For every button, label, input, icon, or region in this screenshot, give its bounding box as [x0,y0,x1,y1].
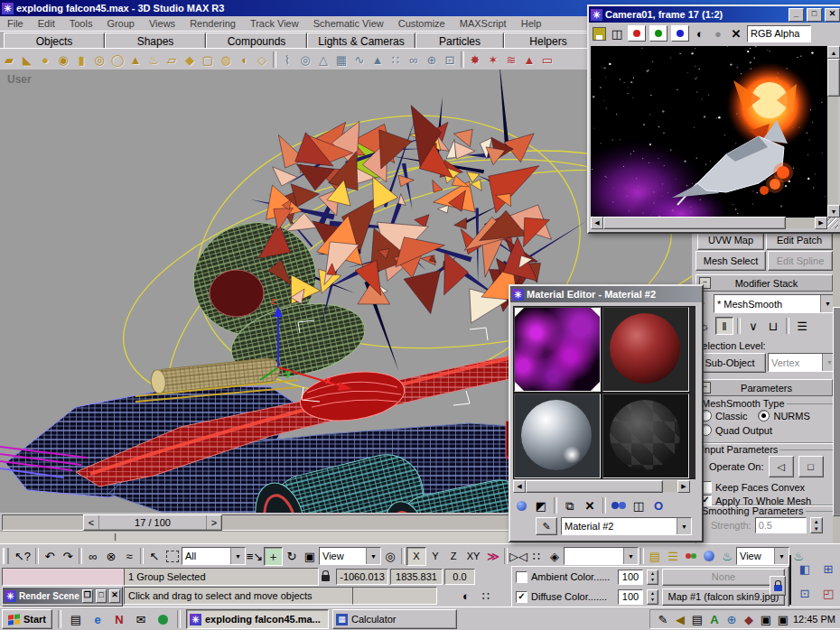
reference-coordsys-dropdown[interactable]: View▼ [319,547,381,565]
red-channel-icon[interactable] [628,25,646,42]
menu-group[interactable]: Group [99,17,142,30]
clock[interactable]: 12:45 PM [793,614,835,625]
task-button-calculator[interactable]: ▦ Calculator [332,609,457,629]
computer-icon[interactable]: ▣ [759,610,773,628]
mirror-icon[interactable]: ▷◁ [509,547,527,565]
pick-material-eyedropper-icon[interactable]: ✎ [536,517,557,535]
geosphere-icon[interactable]: ◉ [54,51,72,69]
axis-y-button[interactable]: Y [426,548,444,565]
region-zoom-icon[interactable]: ◰ [818,582,838,604]
coord-x-field[interactable]: -1060.013 [336,569,388,585]
bomb-icon[interactable]: ✸ [466,51,484,69]
maps-lock-icon[interactable] [770,576,786,596]
menu-views[interactable]: Views [142,17,182,30]
radio-nurms[interactable] [758,410,770,422]
put-to-library-icon[interactable]: ◫ [630,496,648,514]
render-scene-window[interactable]: ✳ Render Scene ❐ □ ✕ [2,587,123,607]
box-icon[interactable]: ▰ [0,51,18,69]
viewport-label[interactable]: User [7,73,32,86]
array-icon[interactable]: ∷ [527,547,546,565]
computer-icon-2[interactable]: ▣ [776,610,790,628]
clear-icon[interactable]: ✕ [729,24,743,42]
teapot-icon[interactable]: ♨ [145,51,163,69]
modifier-stack-rollout[interactable]: − Modifier Stack [695,274,833,292]
chamfer-box-icon[interactable]: ▢ [199,51,217,69]
rotate-icon[interactable]: ↻ [283,547,301,565]
time-type-field[interactable] [352,587,437,605]
material-editor-titlebar[interactable]: ✳ Material Editor - Material #2 [510,286,702,302]
remove-modifier-icon[interactable]: ⊔ [764,317,782,335]
close-icon[interactable]: ✕ [825,8,840,22]
ambient-amount-field[interactable]: 100 [618,570,643,585]
network-globe-icon[interactable]: ⊕ [724,610,739,628]
ik-toggle-icon[interactable]: ≫ [484,547,502,565]
hedra-icon[interactable]: ◆ [181,51,199,69]
clone-image-icon[interactable]: ◫ [610,24,624,42]
blue-channel-icon[interactable] [671,25,689,42]
move-icon[interactable]: ＋ [264,547,283,566]
material-slot-red[interactable] [602,307,689,392]
assign-material-icon[interactable] [610,496,628,514]
parameters-rollout[interactable]: − Parameters [695,379,833,396]
menu-file[interactable]: File [0,17,31,30]
channel-mode-dropdown[interactable]: RGB Alpha [747,25,811,42]
ambient-map-button[interactable]: None [662,569,785,586]
capsule-icon[interactable]: ◖ [235,51,253,69]
prism-icon[interactable]: △ [314,51,332,69]
zoom-extents-icon[interactable]: ⊡ [795,582,815,604]
internet-explorer-icon[interactable]: e [89,610,107,628]
zoom-icon[interactable]: ◧ [795,558,815,579]
diffuse-map-button[interactable]: Map #1 (falcon skin9.jpg) [662,588,785,606]
browser-icon[interactable]: N [110,610,128,628]
material-hscrollbar[interactable]: ◀ ▶ [513,481,690,492]
prev-frame-button[interactable]: < [84,515,99,530]
redo-icon[interactable]: ↷ [59,547,77,565]
get-material-icon[interactable] [512,496,530,514]
undo-icon[interactable]: ↶ [41,547,59,565]
deflector-icon[interactable]: ▭ [538,51,556,69]
restore-icon[interactable]: ❐ [82,589,93,603]
sub-object-button[interactable]: Sub-Object [694,353,766,373]
ringwave-icon[interactable]: ◎ [296,51,314,69]
shapemerge-icon[interactable]: ⊕ [423,51,441,69]
show-desktop-icon[interactable]: ▤ [67,610,85,628]
modifier-stack-dropdown[interactable]: * MeshSmooth▼ [714,294,835,313]
camera-render-window[interactable]: ✳ Camera01, frame 17 (1:2) _ □ ✕ ◫ ◐ ● ✕… [587,5,840,234]
axis-xy-button[interactable]: XY [462,548,484,565]
boolean-icon[interactable]: ⊡ [441,51,459,69]
schematic-view-icon[interactable] [682,547,700,565]
use-center-icon[interactable]: ◎ [381,547,399,565]
strength-spinner[interactable]: ▲▼ [810,517,823,533]
time-slider[interactable]: < 17 / 100 > [83,514,222,531]
diffuse-amount-spinner[interactable]: ▲▼ [647,589,658,605]
coord-z-field[interactable]: 0.0 [444,569,475,585]
green-channel-icon[interactable] [649,25,667,42]
menu-customize[interactable]: Customize [391,17,453,30]
messenger-icon[interactable] [154,610,172,628]
panel-scrollbar-thumb[interactable] [833,307,840,516]
coord-y-field[interactable]: 1835.831 [390,569,443,585]
menu-help[interactable]: Help [514,17,549,30]
menu-track-view[interactable]: Track View [243,17,306,30]
operate-on-polygons-button[interactable]: □ [798,456,824,477]
axis-z-button[interactable]: Z [444,548,462,565]
tube-icon[interactable]: ◎ [90,51,108,69]
compound-icon[interactable]: ▦ [332,51,350,69]
effects-channel-icon[interactable]: O [649,496,667,514]
axis-x-button[interactable]: X [406,547,426,566]
maximize-icon[interactable]: □ [807,8,822,22]
select-and-link-icon[interactable]: ∞ [84,547,102,565]
maximize-icon[interactable]: □ [96,589,107,603]
show-end-result-icon[interactable]: ‖ [715,317,733,335]
render-hscrollbar[interactable]: ◀ ▶ [591,218,827,228]
alpha-channel-icon[interactable]: ● [711,24,725,42]
antivirus-icon[interactable]: A [707,610,722,628]
align-icon[interactable]: ◈ [546,547,564,565]
cylinder-icon[interactable]: ▮ [72,51,90,69]
close-icon[interactable]: ✕ [109,589,120,603]
ambient-amount-spinner[interactable]: ▲▼ [647,570,658,585]
maxscript-listener-field[interactable] [2,568,126,586]
selection-filter-icon[interactable]: ≡↘ [246,547,264,565]
bind-to-spacewarp-icon[interactable]: ≈ [120,547,138,565]
make-copy-icon[interactable]: ⧉ [561,496,579,514]
